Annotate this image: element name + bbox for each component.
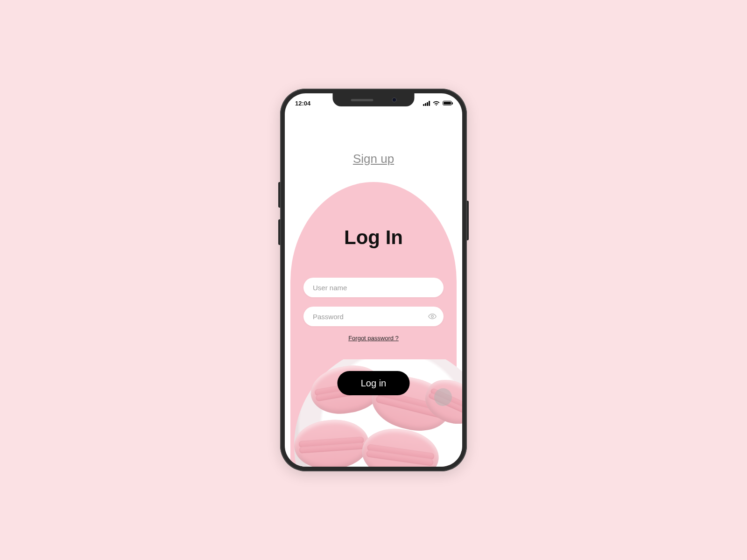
status-indicators [423, 101, 452, 106]
username-field-wrapper [303, 278, 444, 297]
forgot-password-link[interactable]: Forgot password ? [303, 335, 444, 342]
touch-indicator [434, 388, 452, 406]
phone-frame: 12:04 Sign up Log In [280, 89, 467, 471]
notch [333, 93, 415, 106]
front-camera-dot [392, 98, 396, 102]
username-input[interactable] [303, 278, 444, 297]
password-field-wrapper [303, 307, 444, 326]
password-input[interactable] [303, 307, 444, 326]
screen: 12:04 Sign up Log In [285, 93, 462, 467]
signal-icon [423, 101, 430, 106]
speaker-grille [351, 99, 373, 101]
status-time: 12:04 [295, 100, 310, 107]
login-title: Log In [285, 226, 462, 249]
battery-icon [443, 101, 452, 105]
login-form: Forgot password ? [303, 278, 444, 342]
svg-point-0 [431, 315, 434, 318]
login-button[interactable]: Log in [338, 371, 410, 395]
toggle-password-visibility-button[interactable] [427, 311, 438, 322]
eye-icon [428, 312, 437, 321]
signup-link[interactable]: Sign up [285, 152, 462, 166]
wifi-icon [433, 101, 440, 106]
